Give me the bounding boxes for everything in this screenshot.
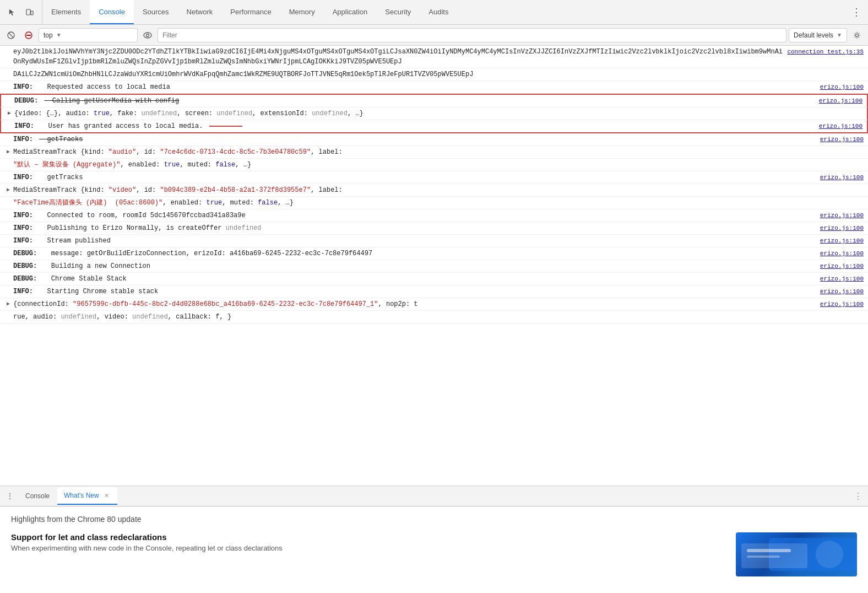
log-content: INFO: Starting Chrome stable stack bbox=[13, 287, 816, 296]
context-value: top bbox=[44, 31, 53, 39]
log-line: ▶MediaStreamTrack {kind: "video", id: "b… bbox=[0, 184, 868, 197]
tab-memory[interactable]: Memory bbox=[280, 0, 324, 24]
bottom-tab-right: ⋮ bbox=[850, 488, 866, 504]
settings-button[interactable] bbox=[849, 28, 865, 43]
log-line: INFO: Stream publishederizo.js:100 bbox=[0, 235, 868, 247]
tab-elements[interactable]: Elements bbox=[42, 0, 90, 24]
tab-console[interactable]: Console bbox=[90, 0, 134, 24]
log-source-link[interactable]: erizo.js:100 bbox=[819, 121, 862, 131]
log-line: DEBUG: Building a new Connectionerizo.js… bbox=[0, 260, 868, 273]
log-line: DEBUG: Calling getUserMedia with confige… bbox=[0, 94, 868, 107]
bottom-tab-console[interactable]: Console bbox=[19, 487, 56, 505]
log-source-link[interactable]: erizo.js:100 bbox=[820, 236, 864, 246]
log-source-link[interactable]: connection test.js:35 bbox=[787, 47, 864, 57]
log-content: INFO: Requested access to local media bbox=[13, 82, 816, 92]
tab-security[interactable]: Security bbox=[376, 0, 420, 24]
svg-rect-13 bbox=[747, 556, 780, 558]
top-nav: Elements Console Sources Network Perform… bbox=[0, 0, 868, 25]
annotation-red-line bbox=[209, 126, 242, 127]
bottom-tab-bar: ⋮ Console What's New ✕ ⋮ bbox=[0, 486, 868, 506]
log-source-link[interactable]: erizo.js:100 bbox=[820, 172, 864, 182]
log-expander[interactable]: ▶ bbox=[4, 299, 12, 309]
log-content: DEBUG: message: getOrBuildErizoConnectio… bbox=[13, 249, 816, 258]
log-line: INFO: getTrackserizo.js:100 bbox=[0, 171, 868, 184]
whats-new-item-title: Support for let and class redeclarations bbox=[11, 532, 727, 542]
log-expander[interactable]: ▶ bbox=[6, 109, 13, 118]
log-expander bbox=[4, 287, 12, 296]
log-line: ▶{connectionId: "9657599c-dbfb-445c-8bc2… bbox=[0, 298, 868, 311]
resize-handle[interactable]: ⋮ bbox=[850, 488, 866, 504]
more-tabs-button[interactable]: ⋮ bbox=[845, 0, 868, 24]
log-expander bbox=[4, 47, 12, 57]
svg-rect-1 bbox=[31, 11, 33, 15]
whats-new-panel: Highlights from the Chrome 80 update Sup… bbox=[0, 506, 868, 592]
log-source-link[interactable]: erizo.js:100 bbox=[820, 274, 864, 284]
log-line: INFO: Connected to room, roomId 5dc14567… bbox=[0, 209, 868, 222]
tab-performance[interactable]: Performance bbox=[221, 0, 280, 24]
log-line: eyJ0b2tlbklJoiNWVhYmY3Njc2ZDU0ODc2YTdhZT… bbox=[0, 46, 868, 68]
svg-rect-12 bbox=[747, 549, 791, 552]
log-content: {video: {…}, audio: true, fake: undefine… bbox=[14, 109, 862, 118]
log-line: "默认 – 聚集设备 (Aggregate)", enabled: true, … bbox=[0, 159, 868, 171]
log-source-link[interactable]: erizo.js:100 bbox=[820, 82, 864, 92]
log-expander bbox=[4, 198, 12, 208]
clear-console-button[interactable] bbox=[3, 28, 19, 43]
bottom-tab-more-button[interactable]: ⋮ bbox=[2, 488, 18, 504]
log-expander bbox=[4, 211, 12, 220]
whats-new-item: Support for let and class redeclarations… bbox=[0, 528, 868, 581]
log-expander bbox=[6, 96, 13, 106]
log-content: DAiLCJzZWN1cmUiOmZhbHNlLCJzaWduYXR1cmUiO… bbox=[13, 69, 864, 79]
tab-network[interactable]: Network bbox=[178, 0, 222, 24]
log-source-link[interactable]: erizo.js:100 bbox=[820, 287, 864, 296]
log-source-link[interactable]: erizo.js:100 bbox=[820, 299, 864, 309]
log-line: ▶MediaStreamTrack {kind: "audio", id: "7… bbox=[0, 146, 868, 159]
log-content: INFO: User has granted access to local m… bbox=[14, 121, 815, 131]
whats-new-header: Highlights from the Chrome 80 update bbox=[0, 507, 868, 528]
log-expander bbox=[4, 236, 12, 246]
log-line: INFO: Publishing to Erizo Normally, is c… bbox=[0, 222, 868, 235]
filter-input[interactable] bbox=[158, 28, 786, 42]
pointer-icon[interactable] bbox=[4, 4, 20, 20]
log-source-link[interactable]: erizo.js:100 bbox=[820, 134, 864, 144]
log-content: INFO: getTracks bbox=[13, 172, 816, 182]
log-expander[interactable]: ▶ bbox=[4, 147, 12, 157]
svg-rect-0 bbox=[26, 9, 30, 15]
log-content: DEBUG: Calling getUserMedia with config bbox=[14, 96, 815, 106]
whats-new-item-desc: When experimenting with new code in the … bbox=[11, 544, 727, 552]
log-content: rue, audio: undefined, video: undefined,… bbox=[13, 312, 864, 322]
log-expander bbox=[4, 69, 12, 79]
log-expander bbox=[4, 172, 12, 182]
stop-button[interactable] bbox=[21, 28, 36, 43]
log-source-link[interactable]: erizo.js:100 bbox=[819, 96, 862, 106]
log-line: ▶{video: {…}, audio: true, fake: undefin… bbox=[0, 107, 868, 120]
log-content: INFO: Publishing to Erizo Normally, is c… bbox=[13, 223, 816, 233]
tab-sources[interactable]: Sources bbox=[134, 0, 178, 24]
chevron-down-icon: ▼ bbox=[56, 32, 62, 38]
log-line: INFO: getTrackserizo.js:100 bbox=[0, 133, 868, 146]
tab-audits[interactable]: Audits bbox=[420, 0, 457, 24]
svg-point-11 bbox=[816, 541, 843, 568]
log-source-link[interactable]: erizo.js:100 bbox=[820, 261, 864, 271]
close-whats-new-button[interactable]: ✕ bbox=[102, 492, 111, 500]
tab-application[interactable]: Application bbox=[324, 0, 377, 24]
log-content: DEBUG: Chrome Stable Stack bbox=[13, 274, 816, 284]
bottom-tab-whats-new[interactable]: What's New ✕ bbox=[57, 487, 117, 505]
eye-icon[interactable] bbox=[140, 28, 155, 43]
log-expander bbox=[4, 274, 12, 284]
log-line: INFO: Starting Chrome stable stackerizo.… bbox=[0, 285, 868, 298]
log-source-link[interactable]: erizo.js:100 bbox=[820, 211, 864, 220]
log-expander bbox=[6, 121, 13, 131]
log-content: {connectionId: "9657599c-dbfb-445c-8bc2-… bbox=[13, 299, 816, 309]
device-icon[interactable] bbox=[22, 4, 37, 20]
log-expander bbox=[4, 249, 12, 258]
log-source-link[interactable]: erizo.js:100 bbox=[820, 223, 864, 233]
log-level-selector[interactable]: Default levels ▼ bbox=[789, 28, 847, 42]
context-selector[interactable]: top ▼ bbox=[39, 28, 138, 42]
svg-point-6 bbox=[144, 33, 151, 38]
log-content: DEBUG: Building a new Connection bbox=[13, 261, 816, 271]
log-expander bbox=[4, 261, 12, 271]
log-source-link[interactable]: erizo.js:100 bbox=[820, 249, 864, 258]
log-expander[interactable]: ▶ bbox=[4, 185, 12, 195]
log-content: "FaceTime高清摄像头 (内建) (05ac:8600)", enable… bbox=[13, 198, 864, 208]
log-content: "默认 – 聚集设备 (Aggregate)", enabled: true, … bbox=[13, 160, 864, 170]
